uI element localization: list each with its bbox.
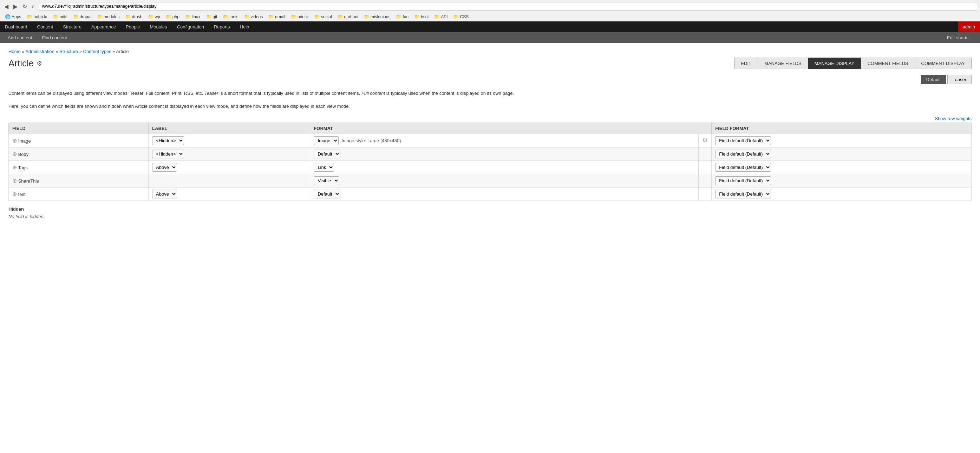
bookmark-item-social[interactable]: 📁social (312, 13, 334, 20)
bookmark-label: tools (229, 14, 238, 19)
bookmark-item-gmail[interactable]: 📁gmail (266, 13, 287, 20)
bookmark-item-mislenious[interactable]: 📁mislenious (362, 13, 393, 20)
folder-icon: 📁 (364, 14, 369, 19)
field-name: ShareThis (18, 178, 39, 184)
forward-button[interactable]: ▶ (12, 2, 19, 11)
admin-nav-content[interactable]: Content (32, 21, 58, 32)
folder-icon: 📁 (314, 14, 320, 19)
folder-icon: 📁 (206, 14, 212, 19)
folder-icon: 📁 (223, 14, 228, 19)
field-format-select-0[interactable]: Field default (Default) (715, 136, 771, 145)
bookmark-item-css[interactable]: 📁CSS (451, 13, 471, 20)
hidden-title: Hidden (8, 207, 972, 212)
bookmark-label: git (213, 14, 218, 19)
bookmark-item-wp[interactable]: 📁wp (146, 13, 162, 20)
format-select-0[interactable]: Image (314, 136, 339, 145)
page-title-text: Article (8, 58, 34, 69)
reload-button[interactable]: ↻ (21, 2, 29, 11)
view-mode-default[interactable]: Default (921, 75, 946, 84)
bookmark-item-bsnl[interactable]: 📁bsnl (412, 13, 431, 20)
label-select-1[interactable]: <Hidden> (152, 149, 184, 158)
bookmark-item-fun[interactable]: 📁fun (394, 13, 410, 20)
col-field: FIELD (9, 122, 149, 134)
show-row-weights-link[interactable]: Show row weights (935, 116, 972, 121)
folder-icon: 📁 (414, 14, 420, 19)
format-select-4[interactable]: Default (314, 190, 340, 199)
admin-nav-appearance[interactable]: Appearance (86, 21, 121, 32)
label-select-0[interactable]: <Hidden> (152, 136, 184, 145)
breadcrumb: Home » Administration » Structure » Cont… (8, 49, 972, 54)
admin-nav-people[interactable]: People (121, 21, 145, 32)
breadcrumb-administration[interactable]: Administration (25, 49, 54, 54)
folder-icon: 📁 (244, 14, 250, 19)
folder-icon: 📁 (53, 14, 59, 19)
bookmark-item-tools[interactable]: 📁tools (221, 13, 240, 20)
view-mode-row: DefaultTeaser (8, 75, 972, 84)
label-select-4[interactable]: Above (152, 190, 177, 199)
drag-handle[interactable]: ⊕ (12, 151, 17, 157)
tab-manage-fields[interactable]: MANAGE FIELDS (758, 57, 808, 69)
settings-gear-icon[interactable]: ⚙ (702, 137, 708, 144)
field-name: Image (18, 138, 31, 144)
bookmark-item-drupal[interactable]: 📁drupal (71, 13, 94, 20)
back-button[interactable]: ◀ (3, 2, 10, 11)
find-content-link[interactable]: Find content (37, 32, 72, 43)
bookmark-item-mitti[interactable]: 📁mitti (51, 13, 70, 20)
bookmark-label: odesk (298, 14, 309, 19)
breadcrumb-content-types[interactable]: Content types (83, 49, 111, 54)
address-bar[interactable] (39, 2, 977, 11)
view-mode-teaser[interactable]: Teaser (947, 75, 972, 84)
admin-nav-reports[interactable]: Reports (209, 21, 235, 32)
tab-comment-fields[interactable]: COMMENT FIELDS (861, 57, 915, 69)
breadcrumb-home[interactable]: Home (8, 49, 21, 54)
bookmark-item-odesk[interactable]: 📁odesk (289, 13, 311, 20)
edit-shortcut-link[interactable]: Edit shortc... (942, 32, 977, 43)
bookmark-item-drush[interactable]: 📁drush (123, 13, 144, 20)
bookmark-item-php[interactable]: 📁php (164, 13, 181, 20)
breadcrumb-structure[interactable]: Structure (59, 49, 78, 54)
folder-icon: 📁 (27, 14, 32, 19)
field-format-select-1[interactable]: Field default (Default) (715, 149, 771, 158)
admin-nav-help[interactable]: Help (235, 21, 254, 32)
admin-nav-modules[interactable]: Modules (145, 21, 172, 32)
format-select-3[interactable]: Visible (314, 176, 339, 185)
home-button[interactable]: ⌂ (30, 2, 37, 10)
format-select-1[interactable]: Default (314, 149, 340, 158)
description-p1: Content items can be displayed using dif… (8, 90, 972, 97)
tab-comment-display[interactable]: COMMENT DISPLAY (915, 57, 972, 69)
field-format-select-2[interactable]: Field default (Default) (715, 163, 771, 172)
page-title-row: Article ⚙ EDITMANAGE FIELDSMANAGE DISPLA… (8, 57, 972, 69)
add-content-link[interactable]: Add content (3, 32, 37, 43)
admin-nav-configuration[interactable]: Configuration (172, 21, 209, 32)
label-select-2[interactable]: Above (152, 163, 177, 172)
format-cell-4: Default (310, 187, 698, 200)
drag-handle[interactable]: ⊕ (12, 138, 17, 144)
browser-toolbar: ◀ ▶ ↻ ⌂ (0, 0, 980, 13)
gear-icon[interactable]: ⚙ (37, 60, 42, 67)
col-label: LABEL (149, 122, 310, 134)
bookmark-item-bubb.la[interactable]: 📁bubb.la (25, 13, 49, 20)
hidden-section: Hidden No field is hidden. (8, 207, 972, 219)
bookmark-item-gurbani[interactable]: 📁gurbani (336, 13, 360, 20)
bookmark-item-api[interactable]: 📁API (432, 13, 450, 20)
bookmark-label: CSS (460, 14, 469, 19)
admin-nav-structure[interactable]: Structure (58, 21, 86, 32)
main-content: Home » Administration » Structure » Cont… (0, 43, 980, 225)
table-row: ⊕ TagsAboveLinkField default (Default) (9, 161, 972, 174)
field-format-select-4[interactable]: Field default (Default) (715, 190, 771, 199)
bookmark-item-git[interactable]: 📁git (204, 13, 220, 20)
tab-manage-display[interactable]: MANAGE DISPLAY (808, 57, 861, 69)
format-select-2[interactable]: Link (314, 163, 334, 172)
drag-handle[interactable]: ⊕ (12, 164, 17, 170)
bookmark-item-linux[interactable]: 📁linux (183, 13, 203, 20)
bookmark-item-apps[interactable]: 🌐Apps (3, 13, 23, 20)
drag-handle[interactable]: ⊕ (12, 191, 17, 197)
bookmark-item-modules[interactable]: 📁modules (95, 13, 121, 20)
bookmark-label: bsnl (421, 14, 428, 19)
bookmark-item-videos[interactable]: 📁videos (242, 13, 265, 20)
tab-edit[interactable]: EDIT (734, 57, 758, 69)
admin-nav-dashboard[interactable]: Dashboard (0, 21, 32, 32)
admin-user-button[interactable]: admin (958, 21, 980, 32)
drag-handle[interactable]: ⊕ (12, 178, 17, 184)
field-format-select-3[interactable]: Field default (Default) (715, 176, 771, 185)
